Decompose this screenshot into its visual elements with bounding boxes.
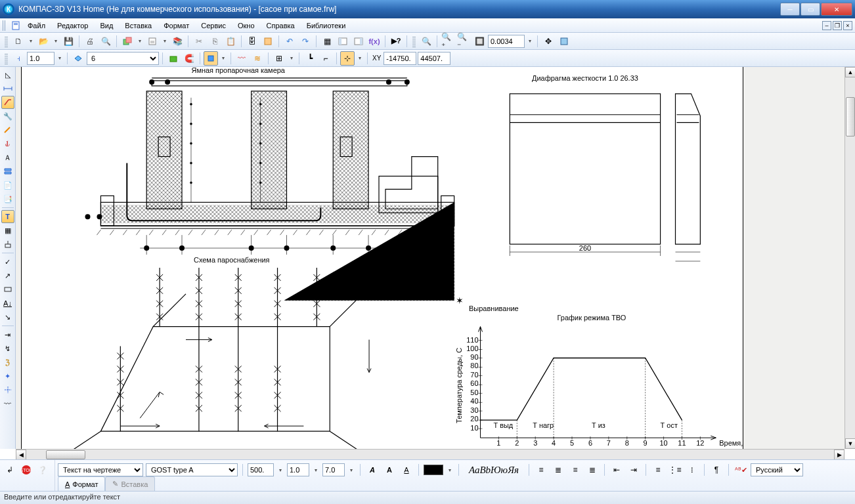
- refresh-button[interactable]: [557, 34, 571, 49]
- panel1-button[interactable]: [336, 34, 350, 49]
- menu-service[interactable]: Сервис: [196, 20, 231, 31]
- align-right-button[interactable]: ≡: [568, 463, 582, 477]
- text-color-swatch[interactable]: [424, 465, 443, 475]
- underline-button[interactable]: A: [399, 463, 414, 477]
- table-tool-icon[interactable]: ▦: [1, 224, 14, 237]
- redo-button[interactable]: ↷: [298, 34, 313, 49]
- designations-icon[interactable]: [1, 96, 14, 109]
- mdi-restore[interactable]: ❐: [833, 21, 842, 30]
- scroll-left-icon[interactable]: ◀: [16, 450, 26, 460]
- brand-icon[interactable]: [1, 283, 14, 296]
- undo-button[interactable]: ↶: [282, 34, 297, 49]
- spec-icon[interactable]: 📄: [1, 178, 14, 192]
- menu-editor[interactable]: Редактор: [52, 20, 93, 31]
- edit-icon[interactable]: [1, 123, 14, 136]
- wave-icon[interactable]: 〰: [1, 397, 14, 410]
- help-button[interactable]: ❔: [35, 463, 50, 477]
- grip-icon[interactable]: [5, 52, 8, 64]
- vertical-scrollbar[interactable]: ▲ ▼: [844, 67, 855, 449]
- stretch-input[interactable]: [287, 463, 309, 476]
- indent-left-button[interactable]: ⇤: [609, 463, 624, 477]
- tab-insert[interactable]: ✎ Вставка: [105, 476, 155, 491]
- grid-toggle-button[interactable]: ⊞: [272, 51, 286, 66]
- layer-select[interactable]: 6: [87, 52, 159, 65]
- layer-state-button[interactable]: [71, 51, 85, 66]
- construction-icon[interactable]: 🔧: [1, 110, 14, 123]
- zoom-step-input[interactable]: [488, 35, 525, 48]
- ortho-button[interactable]: ⫞: [11, 51, 26, 66]
- measure-icon[interactable]: Ａ: [1, 151, 14, 164]
- new-button[interactable]: 🗋: [11, 34, 26, 49]
- scroll-right-icon[interactable]: ▶: [834, 450, 844, 460]
- help-cursor-button[interactable]: ▶?: [389, 34, 403, 49]
- scroll-up-icon[interactable]: ▲: [845, 67, 855, 77]
- minimize-button[interactable]: ─: [780, 3, 800, 16]
- zoom-window-button[interactable]: 🔲: [472, 34, 487, 49]
- assoc-button[interactable]: 〰: [234, 51, 249, 66]
- snap-button[interactable]: [204, 51, 218, 66]
- variables-button[interactable]: f(x): [367, 34, 382, 49]
- remote-icon[interactable]: ℨ: [1, 356, 14, 369]
- tab-format[interactable]: A Формат: [58, 476, 105, 491]
- doc-icon[interactable]: [11, 20, 21, 31]
- align-left-button[interactable]: ≡: [534, 463, 548, 477]
- zoom-out-button[interactable]: 🔍⁻: [456, 34, 471, 49]
- copy-button[interactable]: ⎘: [208, 34, 222, 49]
- cutline-icon[interactable]: ⇥: [1, 328, 14, 341]
- preview-button[interactable]: 🔍: [99, 34, 113, 49]
- list-bullet-button[interactable]: ⋮≡: [668, 463, 682, 477]
- align-center-button[interactable]: ≣: [551, 463, 565, 477]
- round-toggle[interactable]: ⌐: [318, 51, 333, 66]
- lcs-button[interactable]: ⊹: [340, 51, 355, 66]
- library-button[interactable]: 📚: [170, 34, 185, 49]
- indent-right-button[interactable]: ⇥: [626, 463, 641, 477]
- scroll-down-icon[interactable]: ▼: [845, 438, 855, 449]
- viewarrow-icon[interactable]: ↯: [1, 342, 14, 355]
- italic-button[interactable]: A: [382, 463, 397, 477]
- maximize-button[interactable]: ▭: [800, 3, 820, 16]
- bold-button[interactable]: A: [365, 463, 380, 477]
- height-input[interactable]: [322, 463, 345, 476]
- drawing-canvas[interactable]: Ямная пропарочная камера: [16, 67, 855, 449]
- zoom-fit-button[interactable]: 🔍: [419, 34, 433, 49]
- cut-button[interactable]: ✂: [192, 34, 206, 49]
- measure-magnet-button[interactable]: 🧲: [182, 51, 196, 66]
- font-select[interactable]: GOST type A: [146, 463, 238, 476]
- scroll-thumb[interactable]: [846, 97, 855, 136]
- panel2-button[interactable]: [351, 34, 366, 49]
- grip-icon[interactable]: [5, 35, 8, 47]
- parametrize-icon[interactable]: ⫝̸: [1, 137, 14, 150]
- menu-libraries[interactable]: Библиотеки: [301, 20, 351, 31]
- mdi-close[interactable]: ×: [843, 21, 852, 30]
- scroll-thumb[interactable]: [46, 450, 85, 459]
- grid-button[interactable]: ▦: [320, 34, 334, 49]
- param-button[interactable]: ≋: [250, 51, 265, 66]
- list-misc-button[interactable]: ⫶: [685, 463, 699, 477]
- save-button[interactable]: 💾: [61, 34, 76, 49]
- lang-select[interactable]: Русский: [751, 463, 803, 476]
- new-dropdown[interactable]: ▾: [27, 38, 35, 44]
- leader-icon[interactable]: ↗: [1, 269, 14, 282]
- lineweight-input[interactable]: [27, 52, 55, 65]
- print-button[interactable]: 🖨: [83, 34, 97, 49]
- grip-icon[interactable]: [412, 35, 416, 47]
- menu-format[interactable]: Формат: [158, 20, 194, 31]
- paste-button[interactable]: 📋: [223, 34, 238, 49]
- dimensions-icon[interactable]: [1, 82, 14, 95]
- menu-help[interactable]: Справка: [261, 20, 300, 31]
- menu-window[interactable]: Окно: [232, 20, 260, 31]
- list-num-button[interactable]: ≡: [651, 463, 665, 477]
- center-icon[interactable]: ✦: [1, 369, 14, 383]
- pan-button[interactable]: ✥: [541, 34, 556, 49]
- align-justify-button[interactable]: ≣: [585, 463, 600, 477]
- mdi-minimize[interactable]: –: [822, 21, 831, 30]
- horizontal-scrollbar[interactable]: ◀ ▶: [16, 449, 844, 459]
- menu-file[interactable]: Файл: [22, 20, 51, 31]
- select-button[interactable]: [261, 34, 275, 49]
- coord-x-input[interactable]: [384, 52, 416, 65]
- coord-y-input[interactable]: [418, 52, 450, 65]
- geometry-icon[interactable]: ◺: [1, 68, 14, 81]
- text-tool-icon[interactable]: T: [1, 210, 14, 223]
- select-tools-icon[interactable]: [1, 165, 14, 178]
- menu-view[interactable]: Вид: [95, 20, 118, 31]
